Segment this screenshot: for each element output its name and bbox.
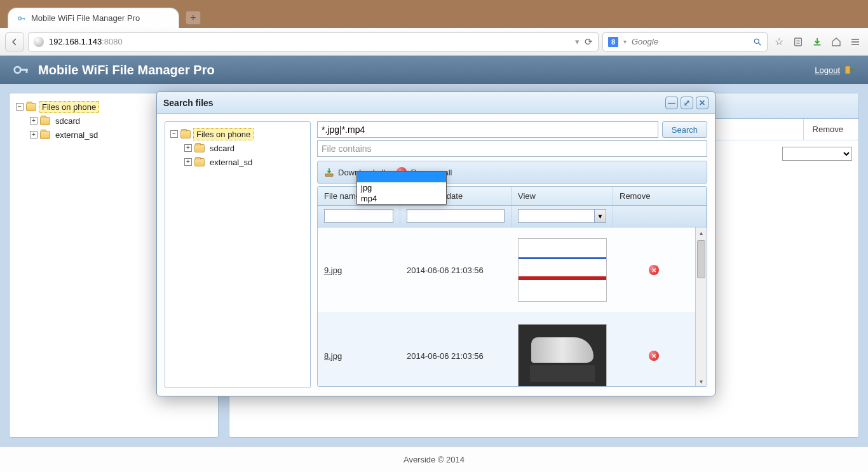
modal-tree-panel: − Files on phone + sdcard + bbox=[165, 121, 311, 388]
file-date: 2014-06-06 21:03:56 bbox=[400, 345, 512, 367]
thumbnail[interactable] bbox=[518, 238, 607, 302]
dropdown-option-blank[interactable] bbox=[357, 172, 446, 182]
app-body: − Files on phone + sdcard + external_sd bbox=[0, 84, 868, 447]
key-icon bbox=[17, 14, 26, 23]
tab-strip: Mobile WiFi File Manager Pro + bbox=[0, 0, 868, 28]
url-bar[interactable]: 192.168.1.143:8080 ▾ ⟳ bbox=[28, 32, 599, 51]
url-text: 192.168.1.143:8080 bbox=[49, 37, 123, 46]
scrollbar[interactable]: ▴ ▾ bbox=[695, 227, 707, 386]
view-dropdown-list: jpg mp4 bbox=[356, 171, 447, 205]
svg-rect-15 bbox=[26, 69, 28, 73]
tree-label[interactable]: sdcard bbox=[53, 116, 83, 126]
col-view[interactable]: View bbox=[512, 187, 613, 205]
svg-line-4 bbox=[759, 43, 761, 45]
folder-icon bbox=[194, 144, 205, 152]
browser-search-box[interactable]: 8 ▾ bbox=[602, 32, 768, 51]
minimize-button[interactable]: — bbox=[665, 97, 678, 109]
new-tab-button[interactable]: + bbox=[186, 11, 201, 25]
chevron-down-icon[interactable]: ▼ bbox=[594, 210, 606, 222]
svg-rect-2 bbox=[24, 18, 25, 20]
grid-body: 9.jpg 2014-06-06 21:03:56 ✕ 8.jpg 2014-0… bbox=[318, 227, 707, 386]
table-row: 8.jpg 2014-06-06 21:03:56 ✕ bbox=[318, 313, 695, 386]
dropdown-option-jpg[interactable]: jpg bbox=[357, 182, 446, 193]
logout-link[interactable]: Logout bbox=[815, 65, 840, 75]
close-button[interactable]: ✕ bbox=[696, 97, 709, 109]
expand-icon[interactable]: + bbox=[30, 117, 37, 125]
reading-list-icon[interactable] bbox=[790, 34, 806, 50]
results-grid: File name Create file date View Remove bbox=[317, 186, 707, 387]
reload-button[interactable]: ⟳ bbox=[585, 36, 593, 48]
browser-chrome: Mobile WiFi File Manager Pro + 192.168.1… bbox=[0, 0, 868, 56]
scroll-up-button[interactable]: ▴ bbox=[696, 227, 707, 238]
tree-node[interactable]: + sdcard bbox=[184, 141, 305, 155]
downloads-icon[interactable] bbox=[810, 34, 825, 50]
folder-icon bbox=[40, 117, 50, 125]
expand-icon[interactable]: + bbox=[184, 158, 192, 166]
browser-search-input[interactable] bbox=[632, 37, 748, 46]
scrollbar-thumb[interactable] bbox=[697, 240, 705, 278]
tree-label[interactable]: Files on phone bbox=[193, 128, 254, 140]
tree-label[interactable]: sdcard bbox=[207, 143, 237, 154]
bookmark-star-icon[interactable]: ☆ bbox=[771, 34, 787, 50]
file-link[interactable]: 8.jpg bbox=[324, 351, 342, 361]
search-files-modal: Search files — ⤢ ✕ − Files on phone bbox=[156, 91, 715, 396]
collapse-icon[interactable]: − bbox=[16, 103, 24, 111]
col-remove[interactable]: Remove bbox=[613, 187, 707, 205]
tree-node[interactable]: + external_sd bbox=[184, 155, 305, 169]
app-area: Mobile WiFi File Manager Pro Logout − Fi… bbox=[0, 56, 868, 472]
key-icon bbox=[13, 62, 29, 78]
expand-icon[interactable]: + bbox=[184, 144, 192, 152]
thumbnail[interactable] bbox=[518, 324, 607, 386]
browser-tab[interactable]: Mobile WiFi File Manager Pro bbox=[8, 8, 179, 28]
app-title: Mobile WiFi File Manager Pro bbox=[38, 63, 215, 78]
grid-filter-row: ▼ bbox=[318, 206, 707, 227]
chevron-down-icon[interactable]: ▾ bbox=[575, 37, 580, 46]
modal-right: Search Download all ✕ bbox=[317, 121, 707, 388]
tab-title: Mobile WiFi File Manager Pro bbox=[31, 13, 140, 23]
tree-label[interactable]: Files on phone bbox=[39, 101, 99, 113]
svg-rect-17 bbox=[325, 174, 333, 177]
dropdown-option-mp4[interactable]: mp4 bbox=[357, 193, 446, 204]
app-header: Mobile WiFi File Manager Pro Logout bbox=[0, 56, 868, 84]
logout-icon bbox=[844, 64, 855, 76]
file-link[interactable]: 9.jpg bbox=[324, 266, 342, 275]
footer-text: Averside © 2014 bbox=[403, 455, 465, 464]
filter-file-name-input[interactable] bbox=[324, 209, 393, 223]
search-icon[interactable] bbox=[753, 37, 762, 46]
svg-point-0 bbox=[18, 17, 22, 20]
footer: Averside © 2014 bbox=[0, 447, 868, 472]
modal-header[interactable]: Search files — ⤢ ✕ bbox=[157, 92, 715, 114]
expand-icon[interactable]: + bbox=[30, 131, 37, 138]
filter-date-input[interactable] bbox=[407, 209, 505, 223]
scroll-down-button[interactable]: ▾ bbox=[696, 376, 707, 386]
folder-icon bbox=[180, 130, 191, 138]
file-date: 2014-06-06 21:03:56 bbox=[400, 259, 512, 281]
folder-icon bbox=[40, 131, 50, 139]
folder-icon bbox=[194, 158, 205, 166]
collapse-icon[interactable]: − bbox=[170, 130, 178, 138]
remove-column-header: Remove bbox=[803, 119, 852, 140]
filter-view-select[interactable]: ▼ bbox=[518, 209, 606, 223]
tree-label[interactable]: external_sd bbox=[53, 130, 100, 140]
folder-icon bbox=[26, 103, 36, 111]
file-contains-input[interactable] bbox=[317, 140, 707, 157]
maximize-button[interactable]: ⤢ bbox=[681, 97, 693, 109]
menu-icon[interactable] bbox=[848, 34, 863, 50]
home-icon[interactable] bbox=[829, 34, 844, 50]
download-icon bbox=[324, 167, 334, 177]
chevron-down-icon[interactable]: ▾ bbox=[623, 38, 627, 45]
navbar: 192.168.1.143:8080 ▾ ⟳ 8 ▾ ☆ bbox=[0, 28, 868, 56]
search-button[interactable]: Search bbox=[662, 121, 707, 138]
back-button[interactable] bbox=[5, 32, 24, 51]
search-engine-icon[interactable]: 8 bbox=[608, 37, 618, 47]
modal-title: Search files bbox=[163, 98, 214, 108]
tree-root[interactable]: − Files on phone bbox=[170, 127, 305, 141]
file-mask-input[interactable] bbox=[317, 121, 658, 138]
right-panel-filter-select[interactable] bbox=[782, 147, 852, 161]
svg-rect-16 bbox=[845, 66, 850, 74]
modal-body: − Files on phone + sdcard + bbox=[157, 114, 715, 396]
remove-row-button[interactable]: ✕ bbox=[649, 351, 659, 361]
tree-label[interactable]: external_sd bbox=[207, 157, 255, 168]
remove-row-button[interactable]: ✕ bbox=[649, 265, 659, 275]
table-row: 9.jpg 2014-06-06 21:03:56 ✕ bbox=[318, 227, 695, 313]
